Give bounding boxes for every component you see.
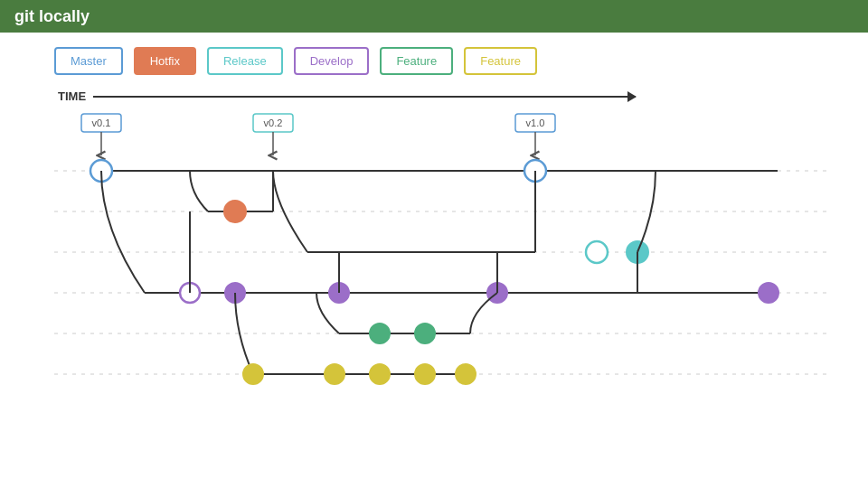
legend-feature2: Feature bbox=[464, 47, 537, 75]
main-content: Master Hotfix Release Develop Feature Fe… bbox=[0, 33, 868, 437]
legend-develop: Develop bbox=[294, 47, 370, 75]
git-diagram: v0.1 v0.2 v1.0 bbox=[54, 112, 832, 428]
svg-point-39 bbox=[415, 364, 435, 384]
svg-text:v0.1: v0.1 bbox=[92, 117, 111, 128]
svg-text:v0.2: v0.2 bbox=[264, 117, 283, 128]
svg-point-20 bbox=[224, 201, 246, 222]
app-header: git locally bbox=[0, 0, 868, 33]
legend-bar: Master Hotfix Release Develop Feature Fe… bbox=[54, 47, 814, 75]
diagram-svg: v0.1 v0.2 v1.0 bbox=[54, 112, 832, 428]
svg-point-23 bbox=[586, 241, 608, 263]
legend-feature1: Feature bbox=[380, 47, 453, 75]
svg-point-33 bbox=[370, 324, 390, 343]
time-label: TIME bbox=[58, 89, 86, 103]
legend-hotfix: Hotfix bbox=[134, 47, 196, 75]
legend-master: Master bbox=[54, 47, 123, 75]
time-arrow bbox=[93, 96, 636, 98]
svg-point-40 bbox=[456, 364, 476, 384]
time-row: TIME bbox=[58, 89, 814, 103]
svg-point-37 bbox=[325, 364, 344, 384]
legend-release: Release bbox=[207, 47, 283, 75]
svg-text:v1.0: v1.0 bbox=[526, 117, 545, 128]
svg-point-36 bbox=[243, 364, 263, 384]
svg-point-34 bbox=[415, 324, 435, 343]
svg-point-38 bbox=[370, 364, 390, 384]
svg-point-31 bbox=[759, 283, 778, 303]
app-title: git locally bbox=[14, 7, 90, 26]
